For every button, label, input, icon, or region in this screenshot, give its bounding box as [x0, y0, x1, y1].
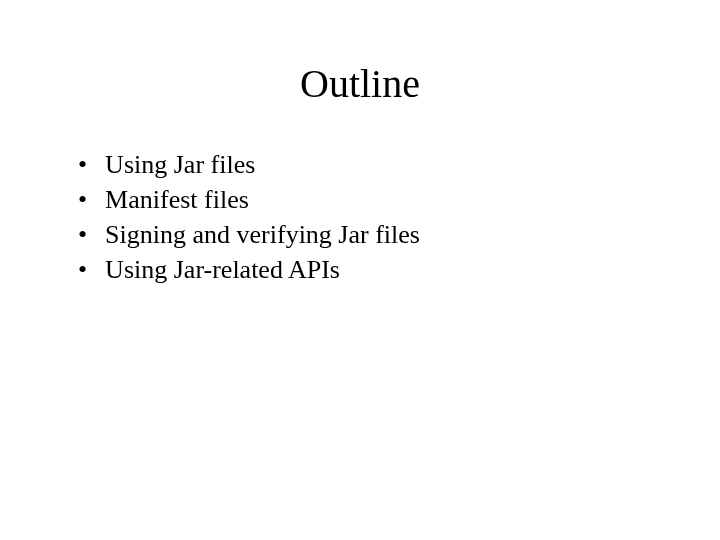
slide-container: Outline • Using Jar files • Manifest fil…	[0, 0, 720, 540]
list-item: • Using Jar files	[78, 147, 660, 182]
list-item: • Manifest files	[78, 182, 660, 217]
bullet-icon: •	[78, 252, 87, 287]
bullet-icon: •	[78, 182, 87, 217]
list-item: • Using Jar-related APIs	[78, 252, 660, 287]
bullet-icon: •	[78, 147, 87, 182]
bullet-text: Using Jar files	[105, 147, 660, 182]
slide-title: Outline	[60, 60, 660, 107]
list-item: • Signing and verifying Jar files	[78, 217, 660, 252]
bullet-icon: •	[78, 217, 87, 252]
bullet-text: Signing and verifying Jar files	[105, 217, 660, 252]
bullet-text: Using Jar-related APIs	[105, 252, 660, 287]
bullet-text: Manifest files	[105, 182, 660, 217]
bullet-list: • Using Jar files • Manifest files • Sig…	[60, 147, 660, 287]
